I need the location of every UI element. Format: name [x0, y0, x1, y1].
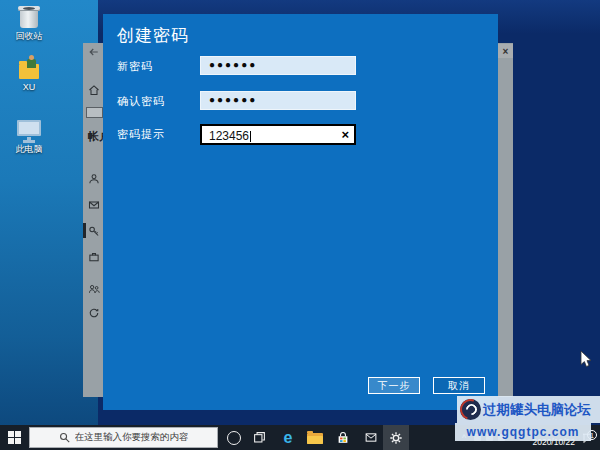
dialog-title: 创建密码: [117, 24, 189, 47]
file-explorer-button[interactable]: [301, 425, 328, 450]
clear-text-icon[interactable]: ×: [341, 127, 349, 142]
next-button[interactable]: 下一步: [368, 377, 420, 394]
task-view-icon: [253, 431, 266, 444]
file-explorer-icon: [307, 433, 323, 444]
this-pc-icon: [17, 120, 41, 136]
taskbar-search-box[interactable]: 在这里输入你要搜索的内容: [29, 427, 218, 448]
confirm-password-label: 确认密码: [117, 94, 165, 109]
store-button[interactable]: [329, 425, 356, 450]
email-icon[interactable]: [87, 198, 101, 212]
start-button[interactable]: [0, 425, 28, 450]
settings-nav-heading: 帐户: [88, 129, 104, 144]
search-placeholder: 在这里输入你要搜索的内容: [75, 431, 189, 444]
mouse-cursor: [580, 350, 593, 373]
watermark-url: www.gqgtpc.com: [467, 425, 580, 439]
screen: 回收站 XU 此电脑 帐户: [0, 0, 600, 450]
person-icon: [27, 59, 36, 68]
user-folder-icon: [19, 64, 39, 79]
watermark-logo-icon: [460, 399, 481, 420]
create-password-dialog: 创建密码 新密码 ●●●●●● 确认密码 ●●●●●● 密码提示 123456 …: [103, 14, 498, 410]
settings-gear-icon: [389, 431, 403, 445]
recycle-bin-icon: [20, 6, 38, 28]
password-hint-input[interactable]: 123456 ×: [200, 124, 356, 145]
mail-icon: [364, 431, 378, 444]
cancel-button[interactable]: 取消: [433, 377, 485, 394]
watermark-banner: 过期罐头电脑论坛: [457, 396, 600, 423]
desktop-icon-label: 回收站: [2, 31, 56, 41]
desktop-icon-label: 此电脑: [2, 144, 56, 154]
confirm-password-row: 确认密码 ●●●●●●: [103, 91, 498, 110]
close-icon[interactable]: ×: [498, 44, 513, 58]
password-hint-label: 密码提示: [117, 127, 165, 142]
edge-icon: e: [284, 429, 293, 447]
password-hint-value: 123456: [209, 129, 251, 143]
desktop-icon-user-folder[interactable]: XU: [2, 58, 56, 92]
family-users-icon[interactable]: [87, 282, 101, 296]
back-arrow-icon[interactable]: [87, 45, 101, 59]
confirm-password-input[interactable]: ●●●●●●: [200, 91, 356, 110]
masked-password-value: ●●●●●●: [200, 56, 356, 70]
sign-in-options-icon[interactable]: [87, 224, 101, 238]
password-hint-row: 密码提示 123456 ×: [103, 124, 498, 143]
work-school-icon[interactable]: [87, 250, 101, 264]
search-icon: [59, 432, 70, 443]
windows-logo-icon: [8, 431, 21, 444]
desktop-icon-label: XU: [2, 82, 56, 92]
watermark-title: 过期罐头电脑论坛: [483, 401, 591, 419]
home-icon[interactable]: [87, 83, 101, 97]
task-view-button[interactable]: [247, 425, 272, 450]
account-info-icon[interactable]: [87, 172, 101, 186]
sync-icon[interactable]: [87, 306, 101, 320]
cortana-icon: [227, 431, 241, 445]
settings-button[interactable]: [383, 425, 409, 450]
mouse-arrow-icon: [580, 350, 593, 369]
cortana-button[interactable]: [221, 425, 246, 450]
new-password-label: 新密码: [117, 59, 153, 74]
settings-right-strip: ×: [498, 43, 513, 397]
edge-button[interactable]: e: [275, 425, 301, 450]
selected-nav-indicator: [83, 223, 86, 238]
desktop-icon-recycle-bin[interactable]: 回收站: [2, 6, 56, 41]
desktop-icon-this-pc[interactable]: 此电脑: [2, 114, 56, 154]
new-password-input[interactable]: ●●●●●●: [200, 56, 356, 75]
new-password-row: 新密码 ●●●●●●: [103, 56, 498, 75]
find-setting-icon[interactable]: [86, 107, 103, 118]
settings-sidebar-strip: 帐户: [83, 43, 104, 397]
store-icon: [336, 431, 350, 445]
watermark-url-banner: www.gqgtpc.com: [455, 423, 591, 441]
mail-button[interactable]: [357, 425, 384, 450]
masked-password-value: ●●●●●●: [200, 91, 356, 105]
